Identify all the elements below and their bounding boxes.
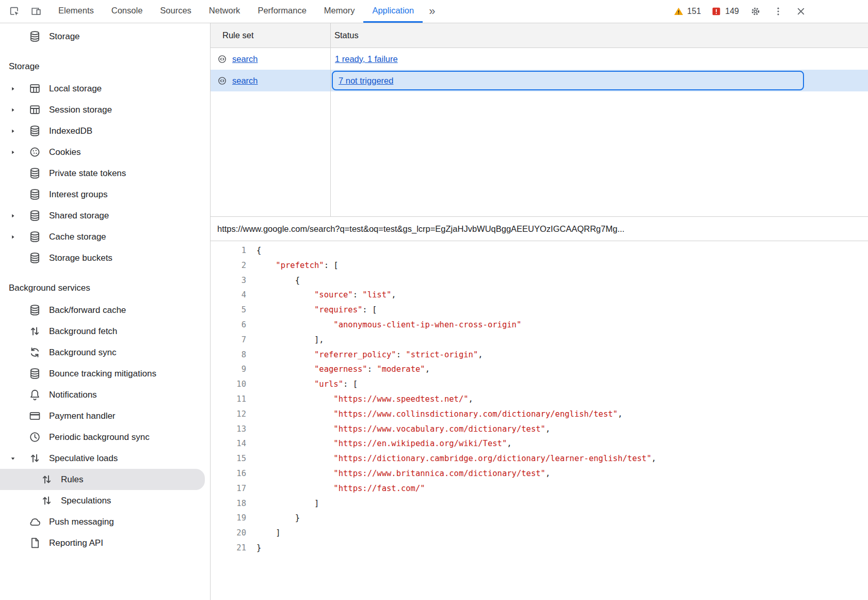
sidebar-item-session-storage[interactable]: Session storage [0,99,210,120]
status-link[interactable]: 7 not triggered [339,76,393,86]
sidebar-item-private-state-tokens[interactable]: Private state tokens [0,163,210,184]
tab-sources[interactable]: Sources [151,0,200,23]
sidebar-item-local-storage[interactable]: Local storage [0,78,210,99]
code-line: 4 "source": "list", [211,288,868,303]
cookie-icon [28,146,41,159]
sidebar-item-interest-groups[interactable]: Interest groups [0,184,210,205]
settings-gear-icon[interactable] [746,2,765,21]
sidebar-item-payment-handler[interactable]: Payment handler [0,405,210,427]
line-number: 9 [211,362,248,377]
sidebar-item-periodic-background-sync[interactable]: Periodic background sync [0,427,210,448]
database-icon [28,367,41,380]
sidebar-item-indexeddb[interactable]: IndexedDB [0,120,210,141]
sidebar-item-shared-storage[interactable]: Shared storage [0,205,210,226]
inspect-element-icon[interactable] [5,2,24,21]
database-icon [28,209,41,222]
line-number: 3 [211,273,248,288]
sidebar-item-speculations[interactable]: Speculations [0,490,210,511]
kebab-menu-icon[interactable] [769,2,787,21]
tab-memory[interactable]: Memory [315,0,364,23]
database-icon [28,188,41,201]
sidebar-item-label: Storage [49,31,80,42]
sidebar-item-label: Back/forward cache [49,305,126,315]
database-icon [28,30,41,43]
sidebar-item-label: Speculations [61,496,111,506]
triangle-right-icon[interactable] [8,149,28,155]
table-row[interactable]: search1 ready, 1 failure [211,48,868,70]
tab-performance[interactable]: Performance [249,0,315,23]
sidebar-item-label: Notifications [49,390,97,400]
triangle-right-icon[interactable] [8,213,28,219]
code-viewer: 1{2 "prefetch": [3 {4 "source": "list",5… [211,241,868,600]
card-icon [28,409,41,422]
sidebar-item-reporting-api[interactable]: Reporting API [0,532,210,554]
sidebar-item-storage[interactable]: Storage [0,26,210,47]
sidebar-item-label: Periodic background sync [49,432,150,443]
rule-set-preview: https://www.google.com/search?q=test&oq=… [211,217,868,600]
table-row[interactable]: search7 not triggered [211,70,868,91]
table-icon [28,103,41,116]
line-number: 10 [211,377,248,392]
tab-elements[interactable]: Elements [50,0,103,23]
error-icon [711,6,721,17]
up-down-arrows-icon [28,452,41,465]
code-text: { [248,273,300,288]
sidebar-item-background-sync[interactable]: Background sync [0,342,210,363]
code-text: "https://www.britannica.com/dictionary/t… [248,466,550,481]
sidebar-item-rules[interactable]: Rules [0,469,205,490]
triangle-right-icon[interactable] [8,86,28,92]
more-tabs-button[interactable]: » [423,0,441,23]
rule-sets-grid: Rule setStatus search1 ready, 1 failures… [211,23,868,217]
rule-set-link[interactable]: search [232,76,258,86]
rule-set-link[interactable]: search [232,54,258,64]
sidebar-item-cache-storage[interactable]: Cache storage [0,226,210,247]
code-text: "prefetch": [ [248,258,339,273]
code-text: "https://dictionary.cambridge.org/dictio… [248,451,656,466]
code-line: 9 "eagerness": "moderate", [211,362,868,377]
line-number: 4 [211,288,248,303]
triangle-right-icon[interactable] [8,234,28,240]
close-icon[interactable] [792,2,810,21]
triangle-down-icon[interactable] [8,455,28,462]
warnings-badge[interactable]: 151 [670,6,704,17]
errors-badge[interactable]: 149 [708,6,742,17]
sidebar: StorageStorageLocal storageSession stora… [0,23,211,600]
triangle-right-icon[interactable] [8,128,28,134]
line-number: 21 [211,541,248,556]
code-text: ] [248,496,319,511]
tab-console[interactable]: Console [103,0,152,23]
sidebar-item-cookies[interactable]: Cookies [0,141,210,163]
sidebar-item-back-forward-cache[interactable]: Back/forward cache [0,299,210,321]
code-line: 13 "https://www.vocabulary.com/dictionar… [211,422,868,437]
device-toolbar-icon[interactable] [27,2,45,21]
table-icon [28,82,41,95]
sidebar-item-background-fetch[interactable]: Background fetch [0,321,210,342]
main-panel: Rule setStatus search1 ready, 1 failures… [211,23,868,600]
code-text: "https://www.vocabulary.com/dictionary/t… [248,422,550,437]
database-icon [28,124,41,137]
sidebar-item-bounce-tracking-mitigations[interactable]: Bounce tracking mitigations [0,363,210,384]
code-line: 10 "urls": [ [211,377,868,392]
line-number: 19 [211,511,248,526]
sidebar-item-push-messaging[interactable]: Push messaging [0,511,210,532]
database-icon [28,230,41,243]
rule-set-url: https://www.google.com/search?q=test&oq=… [217,224,624,234]
sidebar-item-label: Background sync [49,348,116,358]
code-text: } [248,541,261,556]
code-text: } [248,511,300,526]
line-number: 14 [211,436,248,451]
devtools-toolbar: ElementsConsoleSourcesNetworkPerformance… [0,0,868,23]
tab-application[interactable]: Application [363,0,423,23]
tab-network[interactable]: Network [200,0,249,23]
sidebar-item-label: Speculative loads [49,453,118,464]
sidebar-item-speculative-loads[interactable]: Speculative loads [0,448,210,469]
column-header-rule-set: Rule set [211,30,330,40]
status-link[interactable]: 1 ready, 1 failure [335,54,398,64]
sidebar-item-notifications[interactable]: Notifications [0,384,210,405]
toolbar-right-icons: 151 149 [670,0,868,23]
code-line: 5 "requires": [ [211,303,868,318]
code-text: "anonymous-client-ip-when-cross-origin" [248,318,521,333]
sidebar-item-storage-buckets[interactable]: Storage buckets [0,247,210,269]
code-text: ], [248,333,324,348]
triangle-right-icon[interactable] [8,107,28,113]
